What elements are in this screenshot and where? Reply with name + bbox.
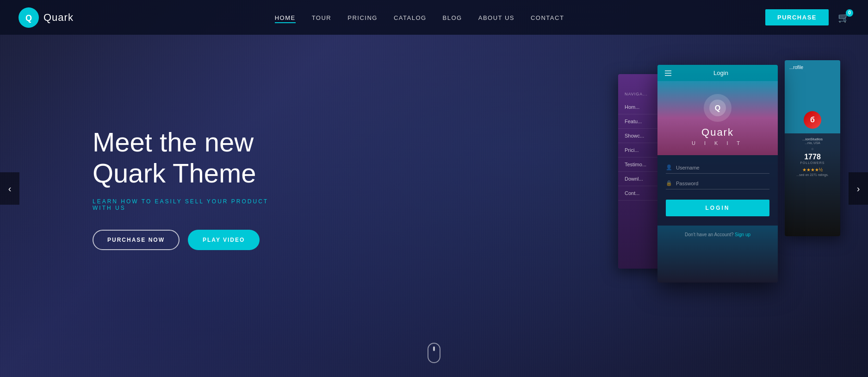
hero-section: ‹ Meet the new Quark Theme LEARN HOW TO … bbox=[0, 0, 868, 377]
nav-item-blog[interactable]: BLOG bbox=[443, 13, 462, 22]
svg-text:Q: Q bbox=[715, 104, 720, 112]
nav-link-pricing[interactable]: PRICING bbox=[347, 14, 378, 21]
profile-rating: ...sed on 2271 ratings. bbox=[788, 173, 837, 176]
nav-item-catalog[interactable]: CATALOG bbox=[394, 13, 427, 22]
username-field: 👤 Username bbox=[666, 164, 769, 174]
nav-link-blog[interactable]: BLOG bbox=[443, 14, 462, 21]
profile-header: ...rofile bbox=[785, 60, 840, 107]
navbar-right: PURCHASE 🛒 0 bbox=[765, 9, 849, 25]
hero-subtitle: LEARN HOW TO EASILY SELL YOUR PRODUCT WI… bbox=[93, 198, 278, 211]
hero-buttons: PURCHASE NOW PLAY VIDEO bbox=[93, 230, 278, 250]
profile-studio: ...ionStudios bbox=[788, 137, 837, 141]
nav-item-tour[interactable]: TOUR bbox=[312, 13, 332, 22]
nav-item-home[interactable]: HOME bbox=[275, 13, 296, 22]
purchase-now-button[interactable]: PURCHASE NOW bbox=[93, 230, 180, 250]
carousel-prev-button[interactable]: ‹ bbox=[0, 172, 19, 205]
login-panel: Login Q Quark U I K I T 👤 Username bbox=[657, 65, 778, 283]
signup-link[interactable]: Sign up bbox=[735, 232, 750, 237]
login-brand-name: Quark bbox=[701, 126, 734, 138]
svg-text:Q: Q bbox=[25, 13, 32, 23]
cart-badge: 0 bbox=[846, 9, 853, 17]
hero-title: Meet the new Quark Theme bbox=[93, 127, 278, 188]
hero-mockups: ✕ Naviga... Hom... Featu... Showc... Pri… bbox=[618, 60, 840, 301]
nav-item-contact[interactable]: CONTACT bbox=[531, 13, 564, 22]
lock-icon: 🔒 bbox=[666, 180, 672, 186]
hamburger-menu-icon bbox=[665, 70, 671, 76]
login-uikit-label: U I K I T bbox=[692, 140, 744, 146]
login-quark-logo-icon: Q bbox=[709, 100, 726, 116]
password-field: 🔒 Password bbox=[666, 180, 769, 189]
purchase-button[interactable]: PURCHASE bbox=[765, 9, 829, 25]
nav-item-about[interactable]: ABOUT US bbox=[478, 13, 515, 22]
hero-content: Meet the new Quark Theme LEARN HOW TO EA… bbox=[0, 127, 278, 250]
login-logo-circle: Q bbox=[704, 94, 732, 122]
login-panel-header: Login bbox=[657, 65, 778, 81]
profile-avatar: б bbox=[804, 111, 821, 129]
login-title: Login bbox=[713, 69, 728, 76]
brand-logo-link[interactable]: Q Quark bbox=[19, 7, 74, 28]
login-button[interactable]: LOGIN bbox=[666, 200, 769, 216]
profile-body: ...ionStudios ...nia, USA ⊕ 1778 FOLLOWE… bbox=[785, 133, 840, 180]
nav-item-pricing[interactable]: PRICING bbox=[347, 13, 378, 22]
profile-location: ...nia, USA bbox=[788, 141, 837, 145]
scroll-dot bbox=[433, 346, 435, 351]
nav-link-about[interactable]: ABOUT US bbox=[478, 14, 515, 21]
brand-name: Quark bbox=[43, 12, 74, 24]
profile-stars: ★★★★½ bbox=[788, 167, 837, 172]
password-label: Password bbox=[676, 181, 698, 186]
nav-link-contact[interactable]: CONTACT bbox=[531, 14, 564, 21]
user-icon: 👤 bbox=[666, 164, 672, 170]
scroll-indicator bbox=[428, 343, 440, 363]
nav-link-catalog[interactable]: CATALOG bbox=[394, 14, 427, 21]
nav-link-tour[interactable]: TOUR bbox=[312, 14, 332, 21]
profile-followers-label: FOLLOWERS bbox=[788, 161, 837, 164]
login-form: 👤 Username 🔒 Password LOGIN bbox=[657, 155, 778, 226]
nav-link-home[interactable]: HOME bbox=[275, 14, 296, 23]
username-label: Username bbox=[676, 165, 700, 170]
carousel-next-button[interactable]: › bbox=[849, 172, 868, 205]
quark-logo-icon: Q bbox=[19, 7, 39, 28]
profile-title: ...rofile bbox=[789, 65, 803, 70]
cart-icon[interactable]: 🛒 0 bbox=[838, 12, 849, 23]
navbar: Q Quark HOME TOUR PRICING CATALOG BLOG A… bbox=[0, 0, 868, 35]
play-video-button[interactable]: PLAY VIDEO bbox=[188, 230, 260, 250]
profile-followers-count: 1778 bbox=[788, 153, 837, 161]
login-footer: Don't have an Account? Sign up bbox=[657, 226, 778, 244]
profile-panel: ...rofile б ...ionStudios ...nia, USA ⊕ … bbox=[785, 60, 840, 236]
nav-links: HOME TOUR PRICING CATALOG BLOG ABOUT US … bbox=[275, 13, 564, 22]
login-logo-area: Q Quark U I K I T bbox=[657, 81, 778, 155]
